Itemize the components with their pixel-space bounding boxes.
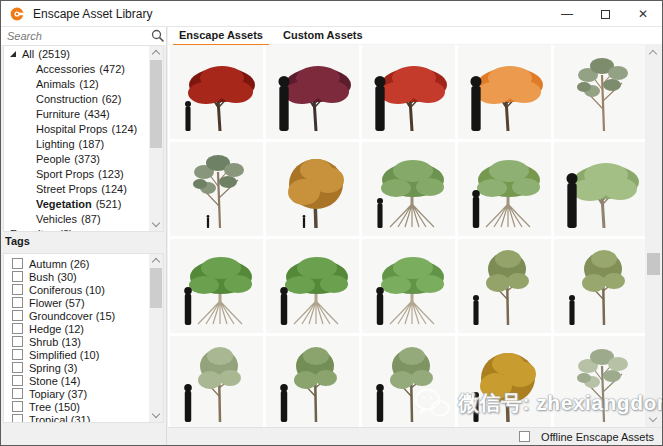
tree-item-animals[interactable]: Animals(12) <box>4 76 163 91</box>
scroll-down-icon[interactable] <box>649 414 657 422</box>
asset-grid-area: 微信号: zhexiangdonghua <box>168 45 662 427</box>
tag-checkbox[interactable] <box>12 375 23 386</box>
asset-thumbnail-red-maple-tree[interactable] <box>170 45 263 139</box>
tag-checkbox[interactable] <box>12 401 23 412</box>
tree-item-favorites[interactable]: Favorites(8) <box>4 226 163 232</box>
tree-item-lighting[interactable]: Lighting(187) <box>4 136 163 151</box>
tree-expander-icon[interactable] <box>10 51 16 57</box>
tree-item-furniture[interactable]: Furniture(434) <box>4 106 163 121</box>
asset-thumbnail-pale-green-tree[interactable] <box>170 336 263 427</box>
sidebar: All(2519)Accessories(472)Animals(12)Cons… <box>1 27 167 445</box>
asset-thumbnail-orange-maple-tree[interactable] <box>458 45 551 139</box>
grid-scrollbar-thumb[interactable] <box>647 253 660 275</box>
tree-item-sport-props[interactable]: Sport Props(123) <box>4 166 163 181</box>
tree-item-people[interactable]: People(373) <box>4 151 163 166</box>
search-input[interactable] <box>1 28 150 44</box>
tags-scrollbar-thumb[interactable] <box>150 268 162 308</box>
asset-thumbnail-golden-yellow-tree[interactable] <box>458 336 551 427</box>
tag-item-topiary[interactable]: Topiary (37) <box>4 387 163 400</box>
minimize-button[interactable]: — <box>548 1 586 27</box>
tag-checkbox[interactable] <box>12 297 23 308</box>
tree-item-hospital-props[interactable]: Hospital Props(124) <box>4 121 163 136</box>
asset-thumbnail-mangrove-tree[interactable] <box>458 142 551 236</box>
tag-checkbox[interactable] <box>12 414 23 423</box>
tag-item-tree[interactable]: Tree (150) <box>4 400 163 413</box>
tag-item-coniferous[interactable]: Coniferous (10) <box>4 283 163 296</box>
asset-thumbnail-sparse-pale-tree[interactable] <box>554 336 647 427</box>
tree-item-construction[interactable]: Construction(62) <box>4 91 163 106</box>
tag-checkbox[interactable] <box>12 258 23 269</box>
scroll-up-icon[interactable] <box>649 50 657 58</box>
asset-thumbnail-mangrove-tree[interactable] <box>170 239 263 333</box>
asset-thumbnail-mangrove-tree[interactable] <box>266 239 359 333</box>
tag-item-bush[interactable]: Bush (30) <box>4 270 163 283</box>
title-bar: Enscape Asset Library — ✕ <box>1 1 662 27</box>
tree-item-vegetation[interactable]: Vegetation(521) <box>4 196 163 211</box>
tree-item-vehicles[interactable]: Vehicles(87) <box>4 211 163 226</box>
tags-header: Tags <box>5 235 30 247</box>
tag-checkbox[interactable] <box>12 388 23 399</box>
tag-checkbox[interactable] <box>12 362 23 373</box>
tag-item-shrub[interactable]: Shrub (13) <box>4 335 163 348</box>
enscape-logo-icon <box>9 6 25 22</box>
tree-item-all[interactable]: All(2519) <box>4 46 163 61</box>
asset-thumbnail-tall-eucalyptus-tree[interactable] <box>170 142 263 236</box>
asset-thumbnail-mangrove-tree[interactable] <box>362 239 455 333</box>
maximize-icon <box>601 10 610 19</box>
tag-checkbox[interactable] <box>12 284 23 295</box>
offline-assets-checkbox[interactable] <box>519 431 530 442</box>
asset-thumbnail-eucalyptus-tree[interactable] <box>554 45 647 139</box>
tag-item-simplified[interactable]: Simplified (10) <box>4 348 163 361</box>
asset-grid <box>168 45 647 427</box>
main-area: Enscape AssetsCustom Assets 微信号: zhexian… <box>168 27 662 445</box>
tree-item-street-props[interactable]: Street Props(124) <box>4 181 163 196</box>
grid-scrollbar[interactable] <box>645 45 662 427</box>
offline-assets-label[interactable]: Offline Enscape Assets <box>541 431 654 443</box>
asset-thumbnail-olive-green-tree[interactable] <box>458 239 551 333</box>
enscape-asset-library-window: Enscape Asset Library — ✕ All(2519)Acces… <box>0 0 663 446</box>
search-icon[interactable] <box>150 28 166 44</box>
close-button[interactable]: ✕ <box>624 1 662 27</box>
tag-item-autumn[interactable]: Autumn (26) <box>4 257 163 270</box>
tab-custom-assets[interactable]: Custom Assets <box>277 27 369 46</box>
tag-checkbox[interactable] <box>12 323 23 334</box>
scroll-down-icon[interactable] <box>152 219 160 227</box>
asset-thumbnail-mangrove-tree[interactable] <box>362 142 455 236</box>
tag-item-groundcover[interactable]: Groundcover (15) <box>4 309 163 322</box>
tree-item-accessories[interactable]: Accessories(472) <box>4 61 163 76</box>
bottom-bar: Offline Enscape Assets <box>168 427 662 445</box>
tags-panel: Autumn (26)Bush (30)Coniferous (10)Flowe… <box>3 253 164 423</box>
asset-thumbnail-olive-green-tree[interactable] <box>554 239 647 333</box>
window-title: Enscape Asset Library <box>33 7 152 21</box>
tag-item-hedge[interactable]: Hedge (12) <box>4 322 163 335</box>
asset-thumbnail-green-tall-tree[interactable] <box>266 336 359 427</box>
tag-checkbox[interactable] <box>12 349 23 360</box>
tags-scrollbar[interactable] <box>149 254 163 422</box>
tab-enscape-assets[interactable]: Enscape Assets <box>173 27 269 46</box>
tree-scrollbar[interactable] <box>149 46 163 231</box>
tag-item-spring[interactable]: Spring (3) <box>4 361 163 374</box>
scroll-up-icon[interactable] <box>152 50 160 58</box>
tag-item-flower[interactable]: Flower (57) <box>4 296 163 309</box>
scroll-up-icon[interactable] <box>152 258 160 266</box>
maximize-button[interactable] <box>586 1 624 27</box>
asset-thumbnail-red-maple-tree[interactable] <box>362 45 455 139</box>
tag-item-tropical[interactable]: Tropical (31) <box>4 413 163 423</box>
tag-item-stone[interactable]: Stone (14) <box>4 374 163 387</box>
tree-scrollbar-thumb[interactable] <box>150 60 162 148</box>
tag-checkbox[interactable] <box>12 336 23 347</box>
asset-thumbnail-green-tall-tree[interactable] <box>362 336 455 427</box>
category-tree-panel: All(2519)Accessories(472)Animals(12)Cons… <box>3 45 164 232</box>
search-row <box>1 27 166 45</box>
asset-thumbnail-dark-red-maple-tree[interactable] <box>266 45 359 139</box>
tag-checkbox[interactable] <box>12 310 23 321</box>
asset-thumbnail-golden-autumn-tree[interactable] <box>266 142 359 236</box>
tag-checkbox[interactable] <box>12 271 23 282</box>
asset-thumbnail-spreading-green-tree[interactable] <box>554 142 647 236</box>
scroll-down-icon[interactable] <box>152 410 160 418</box>
tab-bar: Enscape AssetsCustom Assets <box>168 27 662 45</box>
